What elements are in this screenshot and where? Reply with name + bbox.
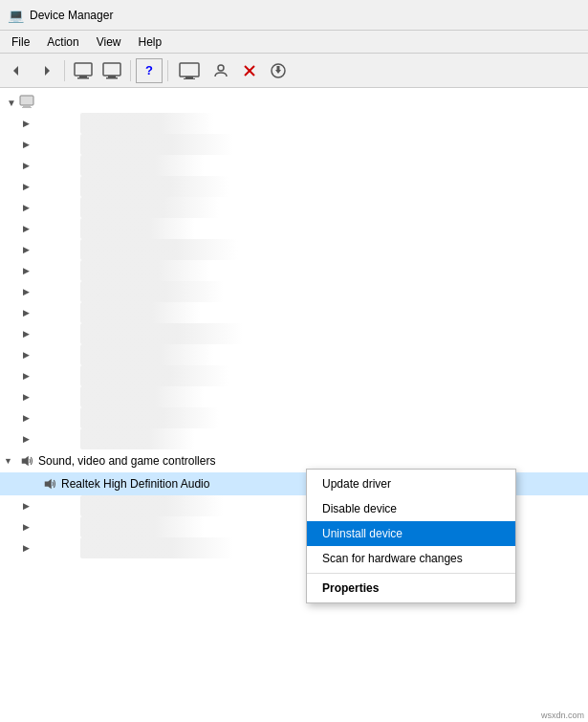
- svg-rect-16: [277, 66, 280, 70]
- tree-row-7[interactable]: ▶: [0, 239, 588, 260]
- remove-button[interactable]: [236, 58, 263, 83]
- computer-icon: [19, 95, 34, 110]
- svg-marker-21: [45, 479, 52, 490]
- menu-bar: File Action View Help: [0, 31, 588, 54]
- tree-row-3[interactable]: ▶: [0, 155, 588, 176]
- menu-view[interactable]: View: [89, 33, 129, 51]
- tree-row-6[interactable]: ▶: [0, 218, 588, 239]
- sound-category-label: Sound, video and game controllers: [38, 454, 215, 468]
- svg-rect-5: [103, 63, 120, 76]
- ctx-update-driver[interactable]: Update driver: [307, 471, 515, 496]
- menu-action[interactable]: Action: [39, 33, 86, 51]
- separator-2: [130, 60, 131, 81]
- tree-row-12[interactable]: ▶: [0, 344, 588, 365]
- svg-marker-15: [275, 70, 281, 74]
- svg-rect-8: [180, 63, 199, 77]
- title-bar-icon: 💻: [8, 8, 24, 23]
- tree-row-10[interactable]: ▶: [0, 302, 588, 323]
- tree-row-11[interactable]: ▶: [0, 323, 588, 344]
- ctx-properties[interactable]: Properties: [307, 576, 515, 601]
- device-tree: ▼ ▶ ▶: [0, 88, 588, 722]
- blurred-rows-group: ▶ ▶ ▶ ▶ ▶: [0, 113, 588, 449]
- menu-help[interactable]: Help: [131, 33, 170, 51]
- tree-row-2[interactable]: ▶: [0, 134, 588, 155]
- tree-row-14[interactable]: ▶: [0, 386, 588, 407]
- title-bar-text: Device Manager: [30, 9, 113, 22]
- tree-row-9[interactable]: ▶: [0, 281, 588, 302]
- separator-3: [167, 60, 168, 81]
- svg-marker-0: [13, 66, 18, 76]
- context-menu: Update driver Disable device Uninstall d…: [306, 469, 516, 603]
- main-area: ▼ ▶ ▶: [0, 88, 588, 722]
- svg-rect-17: [20, 96, 33, 105]
- svg-rect-3: [79, 76, 87, 77]
- svg-rect-2: [75, 63, 92, 76]
- realtek-label: Realtek High Definition Audio: [61, 477, 209, 491]
- toolbar-btn-monitor[interactable]: [173, 58, 206, 83]
- toolbar-computer-1[interactable]: [70, 58, 97, 83]
- toolbar: ?: [0, 54, 588, 88]
- ctx-disable-device[interactable]: Disable device: [307, 496, 515, 521]
- svg-rect-4: [77, 77, 89, 79]
- svg-rect-10: [184, 78, 195, 79]
- tree-row-1[interactable]: ▶: [0, 113, 588, 134]
- help-button[interactable]: ?: [136, 58, 163, 83]
- back-button[interactable]: [4, 58, 31, 83]
- tree-row-5[interactable]: ▶: [0, 197, 588, 218]
- svg-rect-18: [23, 105, 31, 107]
- tree-root[interactable]: ▼: [0, 92, 588, 113]
- ctx-separator: [307, 573, 515, 574]
- toolbar-computer-2[interactable]: [98, 58, 125, 83]
- tree-row-16[interactable]: ▶: [0, 428, 588, 449]
- sound-icon: [20, 454, 33, 468]
- tree-row-4[interactable]: ▶: [0, 176, 588, 197]
- svg-marker-20: [22, 456, 29, 467]
- svg-rect-19: [22, 107, 32, 108]
- ctx-uninstall-device[interactable]: Uninstall device: [307, 521, 515, 546]
- tree-row-15[interactable]: ▶: [0, 407, 588, 428]
- realtek-icon: [43, 477, 56, 491]
- ctx-scan-hardware[interactable]: Scan for hardware changes: [307, 546, 515, 571]
- forward-button[interactable]: [33, 58, 59, 83]
- svg-rect-6: [108, 76, 116, 77]
- watermark: wsxdn.com: [541, 711, 584, 720]
- svg-rect-9: [185, 77, 193, 78]
- title-bar: 💻 Device Manager: [0, 0, 588, 31]
- svg-point-11: [218, 65, 224, 71]
- menu-file[interactable]: File: [4, 33, 37, 51]
- update-button[interactable]: [265, 58, 292, 83]
- add-device-button[interactable]: [207, 58, 234, 83]
- svg-rect-7: [106, 77, 118, 79]
- tree-row-8[interactable]: ▶: [0, 260, 588, 281]
- svg-marker-1: [45, 66, 50, 76]
- root-expand-icon[interactable]: ▼: [4, 95, 19, 110]
- separator-1: [64, 60, 65, 81]
- tree-row-13[interactable]: ▶: [0, 365, 588, 386]
